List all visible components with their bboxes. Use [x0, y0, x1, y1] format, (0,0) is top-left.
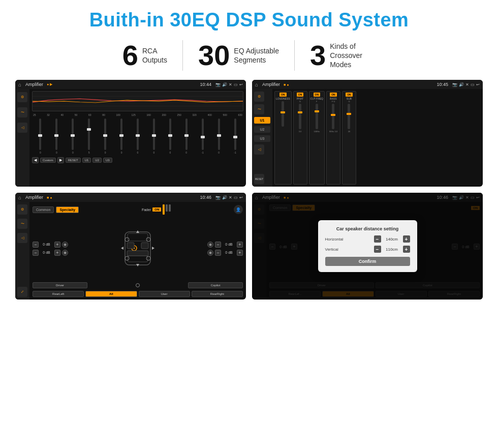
- eq-slider-8[interactable]: 0: [146, 118, 161, 154]
- fader-eq-icon[interactable]: ⚙: [17, 204, 27, 215]
- eq-slider-13[interactable]: -1: [228, 118, 242, 154]
- user-button[interactable]: User: [139, 291, 190, 297]
- x-icon-amp: ✕: [465, 82, 469, 87]
- speaker-icon-r1: ◉: [207, 242, 213, 248]
- eq-slider-7[interactable]: 0: [131, 118, 145, 154]
- camera-icon-amp: 📷: [452, 82, 457, 87]
- speaker-icon-r2: ◉: [207, 250, 213, 256]
- back-icon-fader: ↩: [239, 195, 243, 200]
- u1-button[interactable]: U1: [82, 158, 91, 163]
- home-icon: ⌂: [18, 82, 21, 87]
- speaker-icon-l1: ◉: [62, 242, 68, 248]
- fader-status-dots: ■ ●: [47, 196, 52, 199]
- db-plus-3[interactable]: +: [237, 242, 243, 248]
- stat-crossover: 3 Kinds ofCrossover Modes: [295, 41, 391, 70]
- eq-slider-6[interactable]: 0: [114, 118, 129, 154]
- fader-time: 10:46: [200, 195, 211, 200]
- db-minus-1[interactable]: −: [33, 242, 39, 248]
- profile-icon[interactable]: 👤: [234, 205, 243, 214]
- db-minus-4[interactable]: −: [215, 250, 221, 256]
- eq-icon[interactable]: ⚙: [17, 92, 27, 102]
- dialog-title: Car speaker distance setting: [325, 226, 410, 231]
- prev-button[interactable]: ◀: [32, 157, 39, 163]
- driver-button[interactable]: Driver: [33, 282, 87, 288]
- db-plus-1[interactable]: +: [54, 242, 60, 248]
- sub-slider[interactable]: [348, 104, 350, 129]
- fader-control-group: Fader ON: [142, 204, 171, 215]
- fader-speaker-icon[interactable]: ◁: [17, 233, 27, 243]
- specialty-tab[interactable]: Specialty: [56, 206, 79, 213]
- db-control-2: − 0 dB + ◉: [33, 250, 68, 256]
- amp-wave-icon[interactable]: 〜: [254, 104, 264, 114]
- amp-eq-icon[interactable]: ⚙: [254, 92, 264, 102]
- cutfreq-slider[interactable]: [316, 104, 318, 129]
- vertical-minus[interactable]: −: [374, 246, 381, 253]
- eq-slider-12[interactable]: 0: [211, 118, 226, 154]
- u2-button[interactable]: U2: [92, 158, 102, 163]
- freq-labels: 25 32 40 50 63 80 100 125 160 200 250 32…: [32, 113, 243, 116]
- freq-500: 500: [223, 113, 227, 116]
- db-minus-2[interactable]: −: [33, 250, 39, 256]
- stat-rca: 6 RCAOutputs: [107, 41, 182, 70]
- loudness-on-btn[interactable]: ON: [279, 93, 287, 97]
- eq-slider-4[interactable]: 5: [82, 118, 97, 154]
- db-minus-3[interactable]: −: [215, 242, 221, 248]
- db-control-4: ◉ − 0 dB +: [207, 250, 243, 256]
- wave-icon[interactable]: 〜: [17, 107, 27, 117]
- phat-on-btn[interactable]: ON: [297, 93, 304, 97]
- eq-slider-1[interactable]: 0: [33, 118, 48, 154]
- amp-status-icons: 📷 🔊 ✕ ▭ ↩: [452, 82, 480, 87]
- fader-wave-icon[interactable]: 〜: [17, 219, 27, 229]
- reset-side-btn[interactable]: RESET: [254, 174, 264, 184]
- bass-on-btn[interactable]: ON: [330, 93, 337, 97]
- fader-tabs: Common Specialty: [33, 206, 79, 213]
- horizontal-plus[interactable]: +: [403, 235, 410, 243]
- cutfreq-on-btn[interactable]: ON: [314, 93, 321, 97]
- fader-status-bar: ⌂ Amplifier ■ ● 10:46 📷 🔊 ✕ ▭ ↩: [15, 193, 246, 202]
- u1-preset-btn[interactable]: U1: [254, 117, 270, 124]
- back-icon: ↩: [239, 82, 243, 87]
- rearright-button[interactable]: RearRight: [192, 291, 243, 297]
- rearleft-button[interactable]: RearLeft: [33, 291, 84, 297]
- eq-slider-11[interactable]: -1: [195, 118, 210, 154]
- amp-modules-row: ON LOUDNESS ON PHAT G 3.0: [274, 91, 481, 185]
- horizontal-minus[interactable]: −: [374, 235, 381, 243]
- fader-slider-3[interactable]: [169, 204, 171, 212]
- phat-slider[interactable]: [299, 104, 301, 129]
- fader-expand-icon[interactable]: ⤢: [17, 287, 27, 297]
- eq-slider-2[interactable]: 0: [49, 118, 64, 154]
- bottom-buttons-2: RearLeft All User RearRight: [33, 291, 243, 297]
- common-tab[interactable]: Common: [33, 206, 54, 213]
- copilot-button[interactable]: Copilot: [188, 282, 243, 288]
- u2-preset-btn[interactable]: U2: [254, 126, 270, 133]
- cutfreq-values: 100Hz: [314, 130, 320, 133]
- u3-button[interactable]: U3: [103, 158, 112, 163]
- car-diagram: [71, 229, 205, 267]
- svg-rect-8: [127, 243, 134, 249]
- eq-slider-3[interactable]: 0: [66, 118, 80, 154]
- fader-on-button[interactable]: ON: [152, 207, 161, 212]
- db-plus-2[interactable]: +: [54, 250, 60, 256]
- fader-slider-2[interactable]: [166, 204, 168, 212]
- next-button[interactable]: ▶: [57, 157, 64, 163]
- u3-preset-btn[interactable]: U3: [254, 135, 270, 142]
- vertical-plus[interactable]: +: [403, 246, 410, 253]
- amp-speaker-icon[interactable]: ◁: [254, 144, 264, 155]
- fader-slider-1[interactable]: [163, 204, 165, 215]
- bass-slider[interactable]: [332, 104, 334, 129]
- loudness-slider[interactable]: [282, 101, 284, 127]
- phat-module: ON PHAT G 3.0: [293, 91, 307, 185]
- reset-button[interactable]: RESET: [66, 158, 81, 163]
- eq-slider-9[interactable]: 0: [163, 118, 177, 154]
- speaker-icon[interactable]: ◁: [17, 123, 27, 133]
- eq-slider-5[interactable]: 0: [98, 118, 113, 154]
- custom-button[interactable]: Custom: [40, 158, 56, 163]
- page-title: Buith-in 30EQ DSP Sound System: [15, 9, 483, 31]
- eq-screen: ⌂ Amplifier ● ▶ 10:44 📷 🔊 ✕ ▭ ↩ ⚙ 〜 ◁: [15, 80, 246, 187]
- volume-icon: 🔊: [222, 82, 227, 87]
- confirm-button[interactable]: Confirm: [325, 257, 410, 266]
- db-plus-4[interactable]: +: [237, 250, 243, 256]
- sub-on-btn[interactable]: ON: [346, 93, 353, 97]
- all-button[interactable]: All: [85, 291, 137, 297]
- eq-slider-10[interactable]: 0: [179, 118, 194, 154]
